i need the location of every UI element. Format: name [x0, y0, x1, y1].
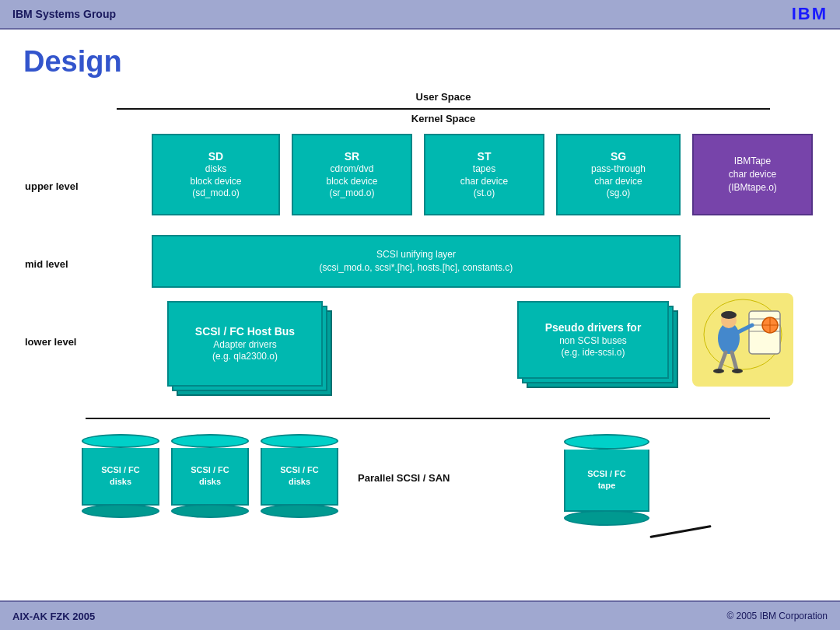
sr-line2: block device	[326, 176, 377, 188]
sd-line1: disks	[205, 163, 226, 176]
cyl1-body: SCSI / FCdisks	[82, 448, 159, 506]
cyl1-top	[82, 434, 159, 448]
mid-level-label: mid level	[25, 258, 68, 270]
sd-line2: block device	[190, 176, 241, 188]
sd-box: SD disks block device (sd_mod.o)	[152, 134, 280, 215]
pseudo-line2: non SCSI buses	[559, 335, 627, 348]
ibm-logo: IBM	[792, 4, 828, 24]
sd-title: SD	[208, 149, 223, 163]
footer-right: © 2005 IBM Corporation	[726, 611, 828, 621]
sg-line2: char device	[594, 176, 642, 188]
pseudo-line3: (e.g. ide-scsi.o)	[561, 347, 625, 359]
user-space-line	[117, 108, 770, 110]
cyl2-top	[171, 434, 249, 448]
sg-title: SG	[611, 149, 626, 163]
diagram: User Space Kernel Space upper level SD d…	[23, 91, 817, 573]
hba-line2: Adapter drivers	[213, 339, 276, 352]
st-box: ST tapes char device (st.o)	[424, 134, 544, 215]
cyl1-label: SCSI / FCdisks	[101, 464, 140, 488]
hba-box: SCSI / FC Host Bus Adapter drivers (e.g.…	[167, 301, 323, 387]
cyl1-bottom	[82, 504, 159, 518]
footer: AIX-AK FZK 2005 © 2005 IBM Corporation	[0, 600, 840, 630]
cyl2-bottom	[171, 504, 249, 518]
sr-box: SR cdrom/dvd block device (sr_mod.o)	[292, 134, 412, 215]
svg-point-11	[713, 369, 724, 373]
cyl2-body: SCSI / FCdisks	[171, 448, 249, 506]
tape-reel-line	[649, 525, 711, 538]
hba-wrapper: SCSI / FC Host Bus Adapter drivers (e.g.…	[167, 301, 323, 394]
cyl3-body: SCSI / FCdisks	[261, 448, 338, 506]
st-line1: tapes	[473, 163, 495, 176]
page-title: Design	[23, 45, 817, 79]
hba-line3: (e.g. qla2300.o)	[212, 351, 278, 363]
svg-point-12	[732, 369, 743, 373]
pseudo-wrapper: Pseudo drivers for non SCSI buses (e.g. …	[517, 301, 669, 387]
hba-line1: SCSI / FC Host Bus	[195, 324, 295, 338]
sg-box: SG pass-through char device (sg.o)	[556, 134, 681, 215]
st-line3: (st.o)	[474, 187, 495, 200]
upper-level-label: upper level	[25, 180, 79, 192]
cyl-tape-bottom	[564, 510, 649, 526]
main-content: Design User Space Kernel Space upper lev…	[0, 30, 840, 600]
mid-box: SCSI unifying layer (scsi_mod.o, scsi*.[…	[152, 235, 681, 288]
ibmtape-box: IBMTape char device (IBMtape.o)	[692, 134, 813, 215]
sr-title: SR	[345, 149, 359, 163]
sr-line3: (sr_mod.o)	[329, 187, 374, 200]
user-space-label: User Space	[117, 91, 770, 103]
sd-line3: (sd_mod.o)	[192, 187, 240, 200]
svg-point-7	[721, 311, 737, 319]
lower-level-label: lower level	[25, 336, 76, 348]
parallel-label: Parallel SCSI / SAN	[358, 472, 450, 484]
pseudo-box: Pseudo drivers for non SCSI buses (e.g. …	[517, 301, 669, 379]
lower-separator-line	[86, 418, 770, 419]
mid-title: SCSI unifying layer	[376, 248, 456, 261]
mid-subtitle: (scsi_mod.o, scsi*.[hc], hosts.[hc], con…	[320, 261, 513, 275]
cylinder-1: SCSI / FCdisks	[82, 433, 159, 519]
cyl-tape-body: SCSI / FCtape	[564, 450, 649, 512]
cylinder-tape: SCSI / FCtape	[564, 433, 649, 527]
pseudo-line1: Pseudo drivers for	[545, 320, 642, 334]
kernel-space-label: Kernel Space	[117, 113, 770, 124]
cyl2-label: SCSI / FCdisks	[191, 464, 229, 488]
footer-left: AIX-AK FZK 2005	[12, 611, 95, 622]
sg-line3: (sg.o)	[607, 187, 631, 200]
sr-line1: cdrom/dvd	[330, 163, 373, 176]
cyl3-label: SCSI / FCdisks	[280, 464, 319, 488]
cyl-tape-label: SCSI / FCtape	[587, 468, 626, 492]
cyl3-bottom	[261, 504, 338, 518]
st-line2: char device	[460, 176, 508, 188]
cylinder-3: SCSI / FCdisks	[261, 433, 338, 519]
sg-line1: pass-through	[591, 163, 646, 176]
ibmtape-line1: char device	[729, 168, 776, 181]
ibmtape-line2: (IBMtape.o)	[728, 181, 777, 194]
header-title: IBM Systems Group	[12, 8, 116, 20]
ibmtape-title: IBMTape	[734, 155, 771, 168]
cylinder-2: SCSI / FCdisks	[171, 433, 249, 519]
header: IBM Systems Group IBM	[0, 0, 840, 30]
cyl3-top	[261, 434, 338, 448]
svg-rect-1	[749, 311, 780, 354]
st-title: ST	[478, 149, 492, 163]
illustration	[692, 293, 793, 387]
cyl-tape-top	[564, 434, 649, 450]
